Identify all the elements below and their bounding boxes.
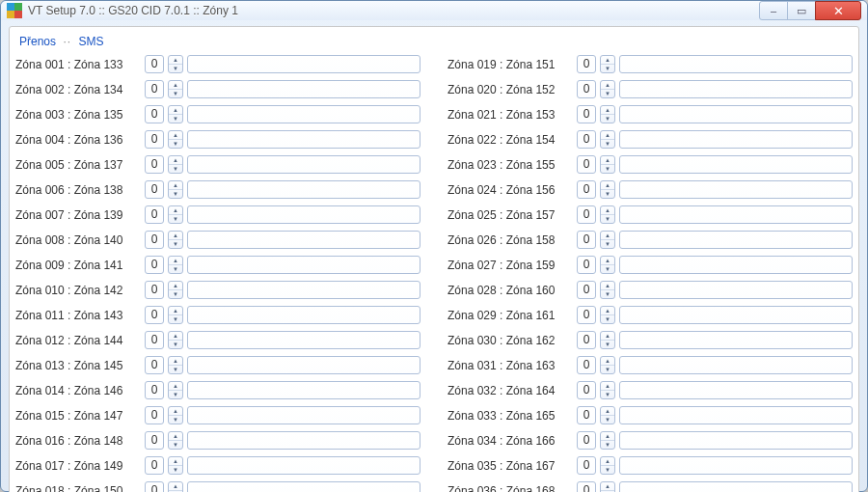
zone-text-input[interactable] xyxy=(619,256,853,274)
zone-text-input[interactable] xyxy=(619,331,853,349)
zone-number-input[interactable]: 0 xyxy=(577,80,596,98)
spinner-up-icon[interactable]: ▲ xyxy=(601,181,614,190)
spinner-down-icon[interactable]: ▼ xyxy=(169,140,182,148)
spinner-down-icon[interactable]: ▼ xyxy=(601,290,614,298)
zone-spinner[interactable]: ▲▼ xyxy=(168,231,183,249)
spinner-up-icon[interactable]: ▲ xyxy=(169,307,182,315)
spinner-up-icon[interactable]: ▲ xyxy=(601,457,614,466)
spinner-down-icon[interactable]: ▼ xyxy=(169,416,182,424)
zone-text-input[interactable] xyxy=(619,205,853,224)
zone-spinner[interactable]: ▲▼ xyxy=(168,281,183,299)
zone-text-input[interactable] xyxy=(187,356,420,374)
zone-text-input[interactable] xyxy=(619,80,853,98)
zone-number-input[interactable]: 0 xyxy=(145,331,164,349)
spinner-down-icon[interactable]: ▼ xyxy=(169,190,182,198)
zone-text-input[interactable] xyxy=(187,55,420,73)
spinner-up-icon[interactable]: ▲ xyxy=(601,282,614,290)
spinner-up-icon[interactable]: ▲ xyxy=(601,106,614,115)
zone-number-input[interactable]: 0 xyxy=(577,281,596,299)
spinner-up-icon[interactable]: ▲ xyxy=(601,156,614,165)
zone-spinner[interactable]: ▲▼ xyxy=(600,231,615,249)
zone-number-input[interactable]: 0 xyxy=(145,406,164,424)
spinner-down-icon[interactable]: ▼ xyxy=(601,341,614,348)
zone-number-input[interactable]: 0 xyxy=(577,105,596,123)
spinner-down-icon[interactable]: ▼ xyxy=(601,265,614,273)
spinner-up-icon[interactable]: ▲ xyxy=(169,282,182,290)
zone-spinner[interactable]: ▲▼ xyxy=(168,180,183,199)
zone-text-input[interactable] xyxy=(187,180,420,199)
zone-number-input[interactable]: 0 xyxy=(577,180,596,199)
zone-spinner[interactable]: ▲▼ xyxy=(600,155,615,174)
zone-spinner[interactable]: ▲▼ xyxy=(600,481,615,492)
spinner-up-icon[interactable]: ▲ xyxy=(601,257,614,265)
zone-text-input[interactable] xyxy=(619,231,853,249)
zone-spinner[interactable]: ▲▼ xyxy=(600,256,615,274)
zone-text-input[interactable] xyxy=(187,130,420,149)
zone-number-input[interactable]: 0 xyxy=(577,130,596,149)
spinner-down-icon[interactable]: ▼ xyxy=(169,290,182,298)
spinner-down-icon[interactable]: ▼ xyxy=(169,466,182,474)
spinner-up-icon[interactable]: ▲ xyxy=(169,482,182,491)
breadcrumb-sms[interactable]: SMS xyxy=(78,35,103,48)
zone-text-input[interactable] xyxy=(187,80,420,98)
spinner-down-icon[interactable]: ▼ xyxy=(601,466,614,474)
zone-spinner[interactable]: ▲▼ xyxy=(600,130,615,149)
zone-text-input[interactable] xyxy=(187,231,420,249)
zone-spinner[interactable]: ▲▼ xyxy=(168,481,183,492)
spinner-down-icon[interactable]: ▼ xyxy=(601,165,614,173)
zone-text-input[interactable] xyxy=(187,431,420,450)
zone-number-input[interactable]: 0 xyxy=(145,80,164,98)
spinner-down-icon[interactable]: ▼ xyxy=(169,441,182,449)
zone-spinner[interactable]: ▲▼ xyxy=(168,130,183,149)
zone-spinner[interactable]: ▲▼ xyxy=(600,205,615,224)
zone-text-input[interactable] xyxy=(187,281,420,299)
zone-number-input[interactable]: 0 xyxy=(577,406,596,424)
spinner-down-icon[interactable]: ▼ xyxy=(601,240,614,248)
zone-text-input[interactable] xyxy=(187,306,420,324)
zone-number-input[interactable]: 0 xyxy=(145,105,164,123)
spinner-up-icon[interactable]: ▲ xyxy=(601,432,614,441)
zone-spinner[interactable]: ▲▼ xyxy=(168,306,183,324)
spinner-down-icon[interactable]: ▼ xyxy=(601,315,614,323)
zone-number-input[interactable]: 0 xyxy=(145,231,164,249)
zone-spinner[interactable]: ▲▼ xyxy=(600,431,615,450)
spinner-up-icon[interactable]: ▲ xyxy=(169,56,182,65)
zone-spinner[interactable]: ▲▼ xyxy=(168,55,183,73)
spinner-up-icon[interactable]: ▲ xyxy=(169,106,182,115)
spinner-up-icon[interactable]: ▲ xyxy=(169,181,182,190)
titlebar[interactable]: VT Setup 7.0 :: GS20 CID 7.0.1 :: Zóny 1… xyxy=(1,1,867,20)
zone-spinner[interactable]: ▲▼ xyxy=(600,456,615,475)
spinner-up-icon[interactable]: ▲ xyxy=(169,357,182,366)
zone-number-input[interactable]: 0 xyxy=(577,431,596,450)
spinner-down-icon[interactable]: ▼ xyxy=(169,366,182,373)
zone-spinner[interactable]: ▲▼ xyxy=(600,180,615,199)
spinner-up-icon[interactable]: ▲ xyxy=(601,56,614,65)
spinner-up-icon[interactable]: ▲ xyxy=(601,332,614,341)
spinner-down-icon[interactable]: ▼ xyxy=(169,240,182,248)
zone-number-input[interactable]: 0 xyxy=(577,381,596,399)
zone-text-input[interactable] xyxy=(187,406,420,424)
zone-number-input[interactable]: 0 xyxy=(577,231,596,249)
zone-text-input[interactable] xyxy=(619,180,853,199)
zone-spinner[interactable]: ▲▼ xyxy=(600,55,615,73)
zone-text-input[interactable] xyxy=(619,406,853,424)
breadcrumb-prenos[interactable]: Přenos xyxy=(19,35,56,48)
zone-text-input[interactable] xyxy=(619,281,853,299)
zone-spinner[interactable]: ▲▼ xyxy=(600,406,615,424)
spinner-up-icon[interactable]: ▲ xyxy=(601,357,614,366)
zone-spinner[interactable]: ▲▼ xyxy=(168,356,183,374)
spinner-up-icon[interactable]: ▲ xyxy=(169,382,182,391)
spinner-down-icon[interactable]: ▼ xyxy=(601,441,614,449)
zone-number-input[interactable]: 0 xyxy=(145,481,164,492)
zone-spinner[interactable]: ▲▼ xyxy=(168,406,183,424)
maximize-button[interactable]: ▭ xyxy=(787,1,816,20)
zone-spinner[interactable]: ▲▼ xyxy=(600,381,615,399)
zone-number-input[interactable]: 0 xyxy=(145,456,164,475)
zone-text-input[interactable] xyxy=(619,431,853,450)
spinner-up-icon[interactable]: ▲ xyxy=(601,482,614,491)
spinner-down-icon[interactable]: ▼ xyxy=(601,215,614,223)
zone-text-input[interactable] xyxy=(187,481,420,492)
spinner-up-icon[interactable]: ▲ xyxy=(169,332,182,341)
zone-number-input[interactable]: 0 xyxy=(145,306,164,324)
zone-spinner[interactable]: ▲▼ xyxy=(168,381,183,399)
